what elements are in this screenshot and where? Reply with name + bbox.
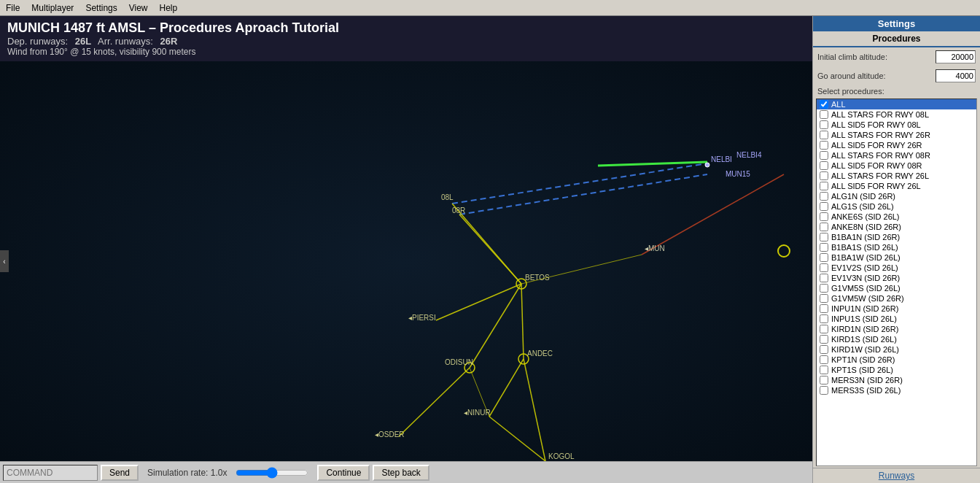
menu-multiplayer[interactable]: Multiplayer: [26, 1, 79, 15]
procedure-item[interactable]: ALL SID5 FOR RWY 26R: [817, 140, 976, 150]
procedure-item[interactable]: ALL STARS FOR RWY 26R: [817, 130, 976, 140]
procedure-item[interactable]: MERS3N (SID 26R): [817, 375, 976, 385]
procedure-checkbox[interactable]: [820, 325, 828, 333]
procedure-label: MERS3S (SID 26L): [831, 386, 901, 395]
procedure-checkbox[interactable]: [820, 233, 828, 242]
procedure-item[interactable]: KPT1S (SID 26L): [817, 365, 976, 375]
procedure-label: ALL SID5 FOR RWY 08L: [831, 120, 921, 129]
procedure-item[interactable]: ALL STARS FOR RWY 08R: [817, 150, 976, 161]
procedure-checkbox[interactable]: [820, 131, 828, 139]
procedure-item[interactable]: INPU1N (SID 26R): [817, 304, 976, 314]
menu-settings[interactable]: Settings: [79, 1, 122, 15]
procedure-checkbox[interactable]: [820, 151, 828, 160]
procedure-checkbox[interactable]: [820, 294, 828, 303]
procedure-item[interactable]: ALL: [817, 99, 976, 109]
menu-help[interactable]: Help: [154, 1, 184, 15]
procedure-item[interactable]: KIRD1N (SID 26R): [817, 324, 976, 334]
procedure-item[interactable]: MERS3S (SID 26L): [817, 385, 976, 395]
procedure-label: ALG1N (SID 26R): [831, 192, 895, 201]
procedure-label: ALL: [831, 100, 846, 109]
map-canvas[interactable]: ↑ In Air: 0 Landed: 0 Departed: 0 Collis…: [0, 61, 812, 461]
runways-tab[interactable]: Runways: [813, 468, 980, 483]
go-around-row: Go around altitude:: [813, 66, 980, 85]
procedure-checkbox[interactable]: [820, 182, 828, 190]
right-panel: Settings Procedures Initial climb altitu…: [812, 16, 980, 483]
procedure-checkbox[interactable]: [820, 243, 828, 252]
procedure-checkbox[interactable]: [820, 253, 828, 262]
procedure-item[interactable]: B1BA1S (SID 26L): [817, 242, 976, 252]
procedure-item[interactable]: INPU1S (SID 26L): [817, 314, 976, 324]
procedure-checkbox[interactable]: [820, 263, 828, 272]
procedure-label: ANKE6S (SID 26L): [831, 212, 900, 221]
step-back-button[interactable]: Step back: [373, 465, 429, 481]
procedure-label: INPU1N (SID 26R): [831, 304, 898, 313]
procedure-checkbox[interactable]: [820, 284, 828, 293]
procedure-item[interactable]: EV1V2S (SID 26L): [817, 263, 976, 273]
procedure-checkbox[interactable]: [820, 223, 828, 231]
procedure-item[interactable]: ALL STARS FOR RWY 26L: [817, 171, 976, 181]
procedure-checkbox[interactable]: [820, 192, 828, 201]
sim-rate-slider[interactable]: [236, 467, 308, 479]
procedure-checkbox[interactable]: [820, 335, 828, 344]
procedure-checkbox[interactable]: [820, 141, 828, 150]
procedure-item[interactable]: KIRD1W (SID 26L): [817, 344, 976, 355]
command-input[interactable]: [3, 465, 98, 481]
procedure-checkbox[interactable]: [820, 110, 828, 119]
procedure-checkbox[interactable]: [820, 202, 828, 211]
procedure-checkbox[interactable]: [820, 100, 828, 109]
sim-rate-label: Simulation rate: 1.0x: [147, 468, 227, 478]
procedure-checkbox[interactable]: [820, 274, 828, 282]
procedure-item[interactable]: ANKE6S (SID 26L): [817, 212, 976, 222]
procedure-item[interactable]: ALL SID5 FOR RWY 08R: [817, 161, 976, 171]
procedure-checkbox[interactable]: [820, 355, 828, 364]
procedure-checkbox[interactable]: [820, 212, 828, 221]
procedure-item[interactable]: ALG1S (SID 26L): [817, 201, 976, 212]
dep-runways-value: 26L: [75, 36, 91, 47]
procedure-checkbox[interactable]: [820, 171, 828, 180]
menu-file[interactable]: File: [0, 1, 26, 15]
procedure-checkbox[interactable]: [820, 314, 828, 323]
procedure-item[interactable]: B1BA1W (SID 26L): [817, 252, 976, 263]
menu-view[interactable]: View: [123, 1, 154, 15]
procedure-item[interactable]: B1BA1N (SID 26R): [817, 232, 976, 242]
arr-runways-value: 26R: [160, 36, 178, 47]
procedure-item[interactable]: ANKE8N (SID 26R): [817, 222, 976, 232]
menubar: File Multiplayer Settings View Help: [0, 0, 980, 16]
procedure-checkbox[interactable]: [820, 161, 828, 170]
select-procedures-label: Select procedures:: [813, 85, 980, 97]
procedure-item[interactable]: EV1V3N (SID 26R): [817, 273, 976, 283]
send-button[interactable]: Send: [101, 465, 139, 481]
procedures-list[interactable]: ALLALL STARS FOR RWY 08LALL SID5 FOR RWY…: [816, 98, 977, 466]
procedure-label: B1BA1W (SID 26L): [831, 253, 901, 262]
procedure-item[interactable]: G1VM5S (SID 26L): [817, 283, 976, 293]
procedure-checkbox[interactable]: [820, 120, 828, 129]
procedure-checkbox[interactable]: [820, 366, 828, 374]
svg-point-18: [705, 163, 709, 167]
svg-text:KOGOL: KOGOL: [548, 452, 575, 460]
svg-text:NELBI: NELBI: [711, 155, 732, 163]
initial-climb-input[interactable]: [936, 50, 976, 63]
procedure-item[interactable]: KPT1N (SID 26R): [817, 355, 976, 365]
procedure-item[interactable]: G1VM5W (SID 26R): [817, 293, 976, 304]
map-area: MUNICH 1487 ft AMSL – Procedures Aproach…: [0, 16, 812, 483]
sidebar-collapse-button[interactable]: ‹: [0, 250, 9, 272]
continue-button[interactable]: Continue: [317, 465, 370, 481]
bottom-bar: Send Simulation rate: 1.0x Continue Step…: [0, 461, 812, 483]
procedure-item[interactable]: ALG1N (SID 26R): [817, 191, 976, 201]
procedure-label: KPT1N (SID 26R): [831, 355, 895, 364]
procedure-item[interactable]: KIRD1S (SID 26L): [817, 334, 976, 344]
svg-text:MUN15: MUN15: [726, 170, 750, 178]
procedure-item[interactable]: ALL SID5 FOR RWY 08L: [817, 120, 976, 130]
procedures-tab[interactable]: Procedures: [813, 31, 980, 47]
procedure-checkbox[interactable]: [820, 386, 828, 395]
svg-text:◂NINUR: ◂NINUR: [464, 409, 491, 417]
procedure-checkbox[interactable]: [820, 304, 828, 313]
go-around-input[interactable]: [936, 69, 976, 82]
procedure-item[interactable]: ALL SID5 FOR RWY 26L: [817, 181, 976, 191]
procedure-checkbox[interactable]: [820, 376, 828, 385]
procedure-label: B1BA1S (SID 26L): [831, 243, 898, 252]
procedure-label: INPU1S (SID 26L): [831, 314, 897, 323]
procedure-item[interactable]: ALL STARS FOR RWY 08L: [817, 109, 976, 120]
procedure-checkbox[interactable]: [820, 345, 828, 354]
procedure-label: EV1V2S (SID 26L): [831, 263, 898, 272]
